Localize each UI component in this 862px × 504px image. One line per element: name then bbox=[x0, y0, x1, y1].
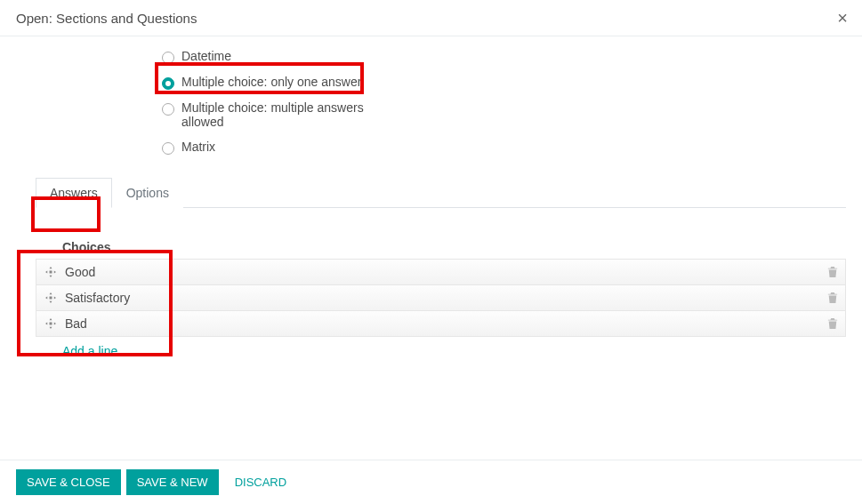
modal-footer: Save & Close Save & New Discard bbox=[0, 460, 862, 504]
radio-label: Matrix bbox=[181, 140, 215, 154]
trash-icon bbox=[827, 292, 838, 304]
radio-icon bbox=[162, 142, 174, 155]
radio-label: Datetime bbox=[181, 49, 231, 63]
tab-options[interactable]: Options bbox=[112, 178, 183, 208]
question-type-radio-group: Datetime Multiple choice: only one answe… bbox=[0, 36, 862, 178]
delete-choice-button[interactable] bbox=[827, 317, 838, 330]
radio-option-matrix[interactable]: Matrix bbox=[162, 134, 375, 160]
radio-option-mc-multi[interactable]: Multiple choice: multiple answers allowe… bbox=[162, 95, 375, 134]
radio-icon bbox=[162, 103, 174, 116]
delete-choice-button[interactable] bbox=[827, 292, 838, 304]
tabs-bar: Answers Options bbox=[36, 178, 846, 208]
modal-body: Datetime Multiple choice: only one answe… bbox=[0, 36, 862, 445]
choice-label: Bad bbox=[65, 316, 827, 331]
trash-icon bbox=[827, 317, 838, 330]
choice-label: Good bbox=[65, 265, 827, 279]
close-button[interactable]: × bbox=[837, 9, 848, 27]
trash-icon bbox=[827, 266, 838, 278]
close-icon: × bbox=[837, 8, 848, 28]
annotation-highlight bbox=[155, 62, 364, 94]
annotation-highlight bbox=[17, 250, 173, 356]
choice-label: Satisfactory bbox=[65, 291, 827, 305]
delete-choice-button[interactable] bbox=[827, 266, 838, 278]
modal-title: Open: Sections and Questions bbox=[16, 11, 197, 26]
discard-button[interactable]: Discard bbox=[224, 469, 298, 495]
annotation-highlight bbox=[31, 196, 101, 232]
save-close-button[interactable]: Save & Close bbox=[16, 469, 121, 495]
radio-label: Multiple choice: multiple answers allowe… bbox=[181, 100, 375, 129]
modal-header: Open: Sections and Questions × bbox=[0, 0, 862, 36]
save-new-button[interactable]: Save & New bbox=[126, 469, 219, 495]
